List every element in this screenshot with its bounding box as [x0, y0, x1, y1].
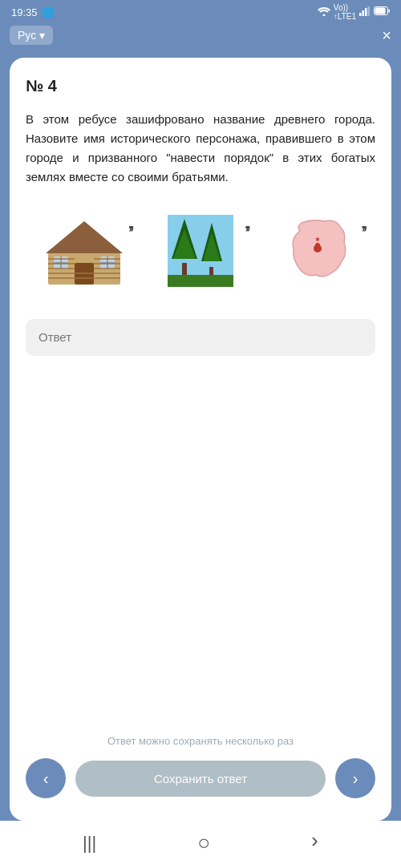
- status-bar: 19:35 🌐 Vo))↑LTE1: [0, 0, 401, 22]
- language-selector[interactable]: Рус ▾: [10, 26, 53, 45]
- house-quotemark: ‚‚: [128, 214, 131, 232]
- chevron-right-icon: ›: [353, 769, 358, 788]
- next-button[interactable]: ›: [335, 758, 375, 798]
- bottom-nav: ||| ○ ‹: [0, 821, 401, 868]
- wifi-icon: [318, 6, 330, 18]
- menu-icon[interactable]: |||: [83, 833, 96, 854]
- save-hint: Ответ можно сохранять несколько раз: [26, 735, 375, 747]
- close-button[interactable]: ×: [382, 27, 391, 43]
- time: 19:35: [11, 6, 38, 18]
- question-card: № 4 В этом ребусе зашифровано название д…: [10, 58, 391, 821]
- svg-marker-8: [46, 221, 123, 253]
- status-time: 19:35 🌐: [11, 6, 55, 18]
- svg-rect-31: [168, 275, 233, 287]
- question-text: В этом ребусе зашифровано название древн…: [26, 110, 375, 187]
- battery-icon: [374, 6, 390, 18]
- prev-button[interactable]: ‹: [26, 758, 66, 798]
- map-quotemark: ‚‚: [361, 214, 364, 232]
- answer-input-wrap[interactable]: [26, 319, 375, 356]
- forest-image: [156, 212, 245, 289]
- svg-rect-1: [359, 13, 362, 16]
- save-answer-button[interactable]: Сохранить ответ: [75, 761, 326, 797]
- signal-icon: [359, 6, 371, 18]
- forest-svg: [168, 215, 233, 287]
- svg-rect-4: [368, 6, 371, 16]
- earth-icon: 🌐: [42, 6, 55, 18]
- svg-rect-6: [375, 8, 386, 14]
- house-svg: [44, 215, 124, 287]
- toolbar: Рус ▾ ×: [0, 22, 401, 51]
- lte-label: Vo))↑LTE1: [334, 3, 356, 21]
- chevron-down-icon: ▾: [39, 29, 45, 42]
- rebus-item-house: ‚‚: [40, 212, 128, 289]
- status-icons: Vo))↑LTE1: [318, 3, 390, 21]
- chevron-left-icon: ‹: [43, 769, 49, 788]
- lang-label: Рус: [18, 29, 36, 42]
- map-image: [273, 212, 361, 289]
- map-svg: [284, 215, 350, 287]
- svg-point-0: [322, 14, 325, 16]
- svg-rect-2: [363, 10, 365, 16]
- back-icon[interactable]: ‹: [311, 830, 318, 855]
- home-icon[interactable]: ○: [197, 830, 210, 855]
- answer-input[interactable]: [38, 330, 363, 344]
- rebus-item-forest: ‚‚: [156, 212, 245, 289]
- question-number: № 4: [26, 77, 375, 95]
- rebus-item-map: ‚‚: [273, 212, 361, 289]
- svg-point-35: [315, 243, 320, 248]
- svg-rect-3: [365, 8, 367, 16]
- house-image: [40, 212, 128, 289]
- rebus-row: ‚‚ ‚‚: [26, 204, 375, 297]
- bottom-buttons: ‹ Сохранить ответ ›: [26, 758, 375, 805]
- forest-quotemark: ‚‚: [245, 214, 248, 232]
